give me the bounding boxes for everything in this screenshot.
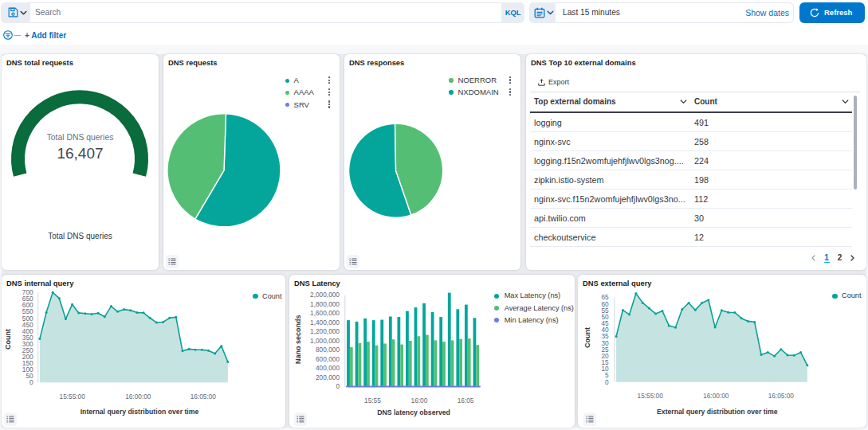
svg-text:400,000: 400,000: [316, 364, 340, 372]
svg-text:15:55: 15:55: [364, 397, 381, 405]
svg-text:1,200,000: 1,200,000: [310, 327, 340, 335]
svg-text:1,400,000: 1,400,000: [310, 319, 340, 326]
svg-text:15:55:00: 15:55:00: [60, 393, 86, 401]
svg-text:700: 700: [22, 288, 33, 296]
svg-text:1,000,000: 1,000,000: [310, 337, 340, 345]
svg-text:600,000: 600,000: [316, 355, 340, 363]
svg-text:800,000: 800,000: [316, 346, 340, 354]
svg-text:2,000,000: 2,000,000: [310, 291, 340, 299]
svg-text:1,600,000: 1,600,000: [310, 309, 340, 317]
svg-text:16:00:00: 16:00:00: [125, 393, 151, 401]
svg-text:16:00: 16:00: [411, 397, 428, 405]
svg-text:200,000: 200,000: [316, 373, 340, 381]
svg-text:0: 0: [336, 382, 340, 390]
svg-text:15:55:00: 15:55:00: [638, 392, 664, 400]
svg-text:16:00:00: 16:00:00: [703, 392, 729, 400]
svg-text:1,800,000: 1,800,000: [310, 300, 340, 308]
svg-text:65: 65: [601, 293, 609, 301]
svg-text:16:05: 16:05: [458, 397, 474, 405]
svg-text:16:05:00: 16:05:00: [190, 393, 217, 401]
svg-text:16:05:00: 16:05:00: [768, 392, 795, 400]
